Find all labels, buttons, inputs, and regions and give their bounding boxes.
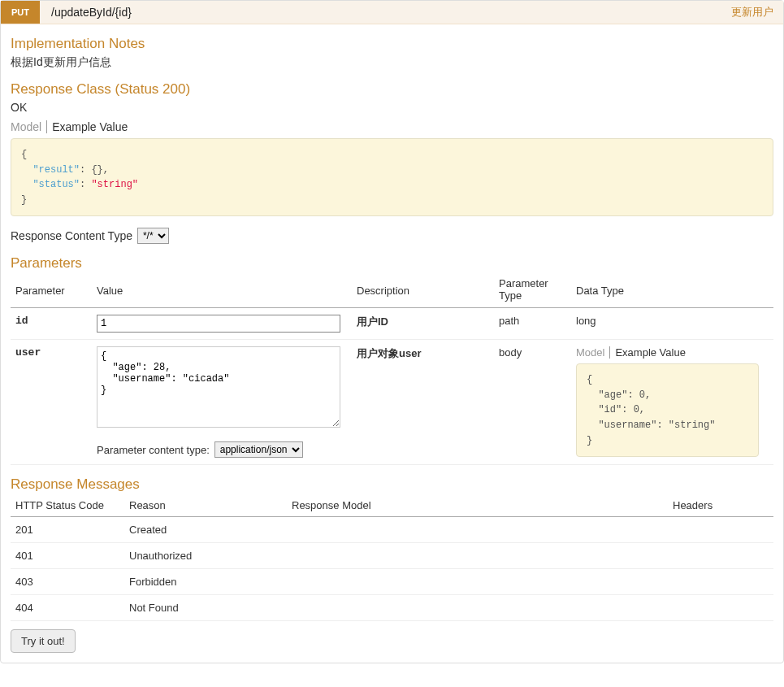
parameters-heading: Parameters <box>11 255 773 272</box>
tab-datatype-example[interactable]: Example Value <box>615 346 685 359</box>
th-headers: Headers <box>668 496 773 517</box>
response-messages-table: HTTP Status Code Reason Response Model H… <box>11 496 773 621</box>
tab-model[interactable]: Model <box>11 120 47 133</box>
status-code: 404 <box>11 595 124 621</box>
parameters-table: Parameter Value Description Parameter Ty… <box>11 275 773 465</box>
param-content-type-label: Parameter content type: <box>97 444 210 456</box>
status-code: 201 <box>11 517 124 543</box>
tab-datatype-model[interactable]: Model <box>576 346 610 359</box>
response-content-type-label: Response Content Type <box>11 229 132 242</box>
th-data-type: Data Type <box>571 275 773 307</box>
param-name: user <box>11 340 92 465</box>
status-reason: Forbidden <box>124 569 287 595</box>
status-code: 403 <box>11 569 124 595</box>
status-reason: Not Found <box>124 595 287 621</box>
response-class-tabs: ModelExample Value <box>11 120 773 133</box>
status-reason: Unauthorized <box>124 543 287 569</box>
datatype-tabs: ModelExample Value <box>576 346 769 359</box>
th-http-status: HTTP Status Code <box>11 496 124 517</box>
response-class-status: OK <box>11 101 773 114</box>
param-user-body[interactable] <box>97 346 340 428</box>
response-content-type-select[interactable]: */* <box>137 228 169 244</box>
param-description: 用户对象user <box>352 340 494 465</box>
operation-panel: PUT /updateById/{id} 更新用户 Implementation… <box>0 0 784 663</box>
param-datatype: long <box>571 308 773 340</box>
tab-example-value[interactable]: Example Value <box>52 120 128 133</box>
param-type: path <box>494 308 571 340</box>
param-description: 用户ID <box>352 308 494 340</box>
implementation-notes-text: 根据Id更新用户信息 <box>11 55 773 70</box>
response-class-heading: Response Class (Status 200) <box>11 81 773 98</box>
param-id-input[interactable] <box>97 315 340 333</box>
endpoint-path: /updateById/{id} <box>40 6 731 19</box>
operation-header[interactable]: PUT /updateById/{id} 更新用户 <box>1 1 783 24</box>
response-content-type-row: Response Content Type */* <box>11 228 773 244</box>
response-class-example[interactable]: { "result": {}, "status": "string" } <box>11 138 773 216</box>
param-row-id: id 用户ID path long <box>11 308 773 340</box>
implementation-notes-heading: Implementation Notes <box>11 36 773 52</box>
th-parameter-type: Parameter Type <box>494 275 571 307</box>
th-description: Description <box>352 275 494 307</box>
try-it-out-button[interactable]: Try it out! <box>11 629 76 653</box>
param-row-user: user Parameter content type: application… <box>11 340 773 465</box>
th-parameter: Parameter <box>11 275 92 307</box>
param-name: id <box>11 308 92 340</box>
status-reason: Created <box>124 517 287 543</box>
response-row: 404 Not Found <box>11 595 773 621</box>
response-messages-heading: Response Messages <box>11 476 773 493</box>
status-code: 401 <box>11 543 124 569</box>
th-reason: Reason <box>124 496 287 517</box>
param-type: body <box>494 340 571 465</box>
operation-content: Implementation Notes 根据Id更新用户信息 Response… <box>1 24 783 663</box>
th-response-model: Response Model <box>287 496 668 517</box>
http-method-badge: PUT <box>1 1 40 24</box>
param-datatype-cell: ModelExample Value { "age": 0, "id": 0, … <box>571 340 773 465</box>
th-value: Value <box>92 275 352 307</box>
response-row: 401 Unauthorized <box>11 543 773 569</box>
response-row: 201 Created <box>11 517 773 543</box>
response-row: 403 Forbidden <box>11 569 773 595</box>
param-content-type-select[interactable]: application/json <box>214 441 303 458</box>
param-content-type-row: Parameter content type: application/json <box>97 441 347 458</box>
operation-summary: 更新用户 <box>731 5 783 20</box>
datatype-example-json[interactable]: { "age": 0, "id": 0, "username": "string… <box>576 363 759 457</box>
